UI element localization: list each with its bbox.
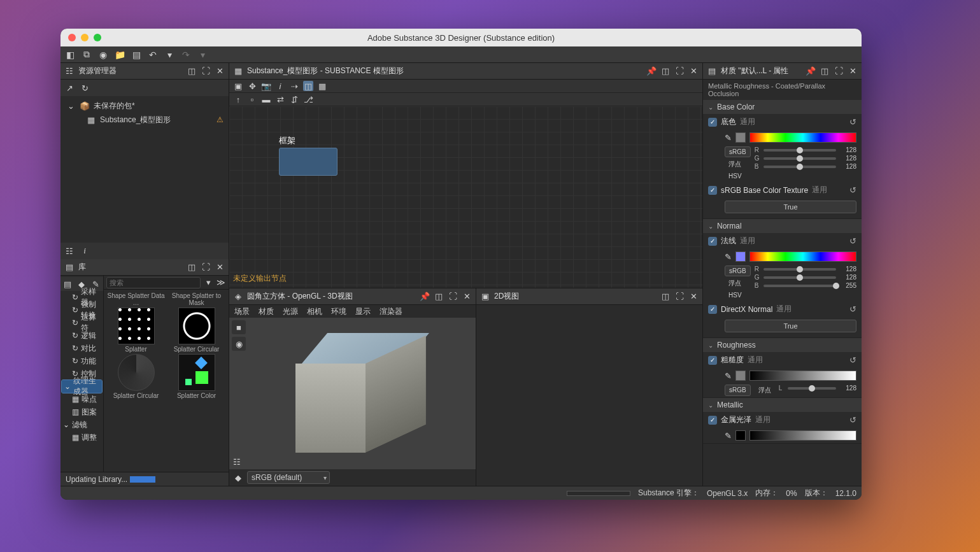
- enable-checkbox[interactable]: ✓: [708, 237, 717, 246]
- dock-icon[interactable]: ◫: [660, 292, 671, 302]
- eyedropper-icon[interactable]: ✎: [725, 133, 732, 143]
- enable-checkbox[interactable]: ✓: [708, 416, 717, 425]
- maximize-panel-icon[interactable]: ⛶: [201, 262, 211, 272]
- hue-gradient[interactable]: [749, 251, 856, 262]
- highlight-icon[interactable]: ◫: [303, 81, 313, 91]
- globe-icon[interactable]: ◉: [97, 49, 109, 60]
- thumb-splatter[interactable]: Splatter: [106, 308, 166, 353]
- bulb-icon[interactable]: ◉: [232, 337, 246, 351]
- reset-icon[interactable]: ↺: [849, 304, 856, 314]
- view2d-viewport[interactable]: [476, 305, 702, 486]
- video-icon[interactable]: ■: [232, 320, 246, 334]
- reset-icon[interactable]: ↺: [849, 117, 856, 127]
- filter-icon[interactable]: ▾: [203, 278, 213, 288]
- pin2-icon[interactable]: ↑: [233, 94, 243, 104]
- thumb-shape-splatter-data[interactable]: Shape Splatter Data …: [106, 292, 166, 306]
- more-icon[interactable]: ≫: [216, 278, 226, 288]
- pin-icon[interactable]: 📌: [646, 66, 657, 76]
- close-panel-icon[interactable]: ✕: [688, 292, 699, 302]
- gray-gradient[interactable]: [749, 371, 856, 381]
- redo-menu-icon[interactable]: ▾: [197, 49, 208, 60]
- link-icon[interactable]: ⇢: [289, 81, 299, 91]
- view3d-viewport[interactable]: ■ ◉ ☷: [229, 318, 476, 469]
- color-swatch[interactable]: [735, 251, 746, 262]
- dock-icon[interactable]: ◫: [434, 292, 444, 302]
- select-icon[interactable]: ▣: [233, 81, 243, 91]
- redo-icon[interactable]: ↷: [180, 49, 192, 60]
- close-icon[interactable]: [68, 34, 76, 41]
- mode-float[interactable]: 浮点: [725, 278, 745, 289]
- mode-srgb[interactable]: sRGB: [725, 265, 751, 276]
- menu-display[interactable]: 显示: [355, 306, 371, 317]
- slider-l[interactable]: L128: [779, 385, 856, 392]
- new-icon[interactable]: ◧: [64, 49, 76, 60]
- menu-env[interactable]: 环境: [331, 306, 346, 317]
- dock-icon[interactable]: ◫: [187, 262, 197, 272]
- lib-item-operator[interactable]: ↻运算符: [60, 316, 103, 329]
- enable-checkbox[interactable]: ✓: [708, 305, 717, 314]
- maximize-panel-icon[interactable]: ⛶: [674, 66, 685, 76]
- close-panel-icon[interactable]: ✕: [215, 66, 225, 76]
- thumb-splatter-color[interactable]: Splatter Color: [167, 354, 226, 399]
- save2-icon[interactable]: ▫: [247, 94, 257, 104]
- section-header-metallic[interactable]: ⌄Metallic: [703, 398, 862, 412]
- slider-g[interactable]: G128: [755, 274, 856, 281]
- slider-g[interactable]: G128: [755, 155, 856, 162]
- maximize-panel-icon[interactable]: ⛶: [448, 292, 458, 302]
- info-icon[interactable]: i: [80, 246, 90, 256]
- slider-r[interactable]: R128: [755, 146, 856, 153]
- grid-icon[interactable]: ▦: [317, 81, 327, 91]
- link-icon[interactable]: ⧉: [81, 49, 92, 60]
- reset-icon[interactable]: ↺: [849, 355, 856, 365]
- lib-item-filter[interactable]: ⌄滤镜: [60, 418, 103, 431]
- menu-camera[interactable]: 相机: [307, 306, 322, 317]
- lib-item-noise[interactable]: ▦噪点: [60, 393, 103, 406]
- folder-icon[interactable]: 📁: [114, 49, 125, 60]
- hierarchy-icon[interactable]: ☷: [232, 456, 242, 467]
- slider-b[interactable]: B128: [755, 163, 856, 170]
- export-icon[interactable]: ↗: [64, 83, 75, 93]
- frame-node-box[interactable]: [279, 148, 337, 176]
- maximize-panel-icon[interactable]: ⛶: [201, 66, 211, 76]
- enable-checkbox[interactable]: ✓: [708, 356, 717, 365]
- lib-item-adjust[interactable]: ▦调整: [60, 431, 103, 444]
- thumb-shape-splatter-mask[interactable]: Shape Splatter to Mask: [167, 292, 226, 306]
- gray-swatch[interactable]: [735, 371, 746, 381]
- search-input[interactable]: [106, 277, 201, 288]
- section-header-roughness[interactable]: ⌄Roughness: [703, 338, 862, 352]
- menu-light[interactable]: 光源: [283, 306, 298, 317]
- slider-r[interactable]: R128: [755, 265, 856, 272]
- pin-icon[interactable]: 📌: [420, 292, 430, 302]
- true-button[interactable]: True: [725, 201, 856, 213]
- camera-icon[interactable]: 📷: [261, 81, 271, 91]
- true-button[interactable]: True: [725, 320, 856, 332]
- mode-srgb[interactable]: sRGB: [725, 146, 751, 157]
- reset-icon[interactable]: ↺: [849, 236, 856, 246]
- close-panel-icon[interactable]: ✕: [462, 292, 472, 302]
- maximize-panel-icon[interactable]: ⛶: [674, 292, 685, 302]
- menu-material[interactable]: 材质: [259, 306, 274, 317]
- maximize-panel-icon[interactable]: ⛶: [834, 66, 844, 76]
- close-panel-icon[interactable]: ✕: [848, 66, 858, 76]
- minimize-icon[interactable]: [81, 34, 89, 41]
- package-row[interactable]: ⌄ 📦 未保存的包*: [60, 99, 229, 113]
- menu-renderer[interactable]: 渲染器: [380, 306, 402, 317]
- lib-item-texgen[interactable]: ⌄纹理生成器: [62, 380, 102, 393]
- enable-checkbox[interactable]: ✓: [708, 186, 717, 195]
- mode-float[interactable]: 浮点: [725, 159, 745, 170]
- reset-icon[interactable]: ↺: [849, 415, 856, 425]
- undo-menu-icon[interactable]: ▾: [164, 49, 175, 60]
- align-icon[interactable]: ⇄: [275, 94, 285, 104]
- lib-item-pattern[interactable]: ▥图案: [60, 406, 103, 418]
- gray-gradient[interactable]: [749, 430, 856, 441]
- folder-icon[interactable]: ▤: [63, 279, 72, 289]
- comment-icon[interactable]: ▬: [261, 94, 271, 104]
- thumb-splatter-circular2[interactable]: Splatter Circular: [106, 354, 166, 399]
- save-icon[interactable]: ▤: [131, 49, 142, 60]
- graph-canvas[interactable]: 框架 未定义输出节点: [229, 106, 702, 288]
- dock-icon[interactable]: ◫: [820, 66, 830, 76]
- slider-b[interactable]: B255: [755, 282, 856, 289]
- lib-item-contrast[interactable]: ↻对比: [60, 342, 103, 355]
- info-icon[interactable]: i: [275, 81, 285, 91]
- mode-srgb[interactable]: sRGB: [725, 385, 751, 396]
